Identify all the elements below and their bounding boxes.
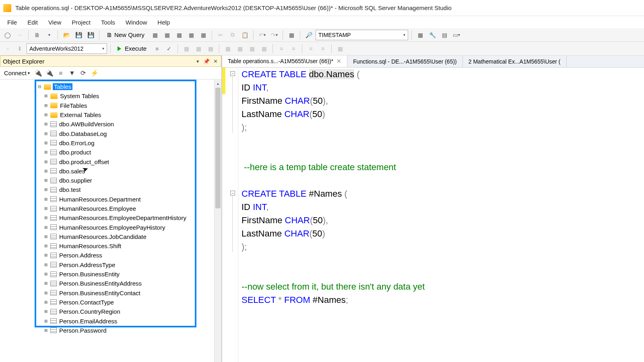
tree-node-table[interactable]: ⊞HumanResources.JobCandidate [37, 232, 210, 241]
expand-icon[interactable]: ⊞ [43, 262, 49, 267]
pin-icon[interactable]: 📌 [203, 58, 210, 64]
tree-scrollbar[interactable]: ▴ [214, 80, 221, 362]
tree-node-table[interactable]: ⊞Person.EmailAddress [37, 316, 210, 325]
db-query-icon-5[interactable]: ▦ [198, 30, 208, 40]
expand-icon[interactable]: ⊞ [43, 169, 49, 174]
menu-project[interactable]: Project [67, 17, 95, 27]
expand-icon[interactable]: ⊞ [43, 197, 49, 202]
expand-icon[interactable]: ⊞ [43, 103, 49, 108]
tree-node-table[interactable]: ⊞Person.CountryRegion [37, 307, 210, 316]
db-query-icon-1[interactable]: ▦ [150, 30, 160, 40]
tree-node-table[interactable]: ⊞HumanResources.Department [37, 195, 210, 204]
expand-icon[interactable]: ⊞ [43, 112, 49, 117]
tree-node-table[interactable]: ⊞dbo.ErrorLog [37, 138, 210, 148]
tree-node-table[interactable]: ⊞dbo.DatabaseLog [37, 129, 210, 138]
expand-icon[interactable]: ⊞ [43, 121, 49, 127]
tab-functions[interactable]: Functions.sql - DE...-A1M5655\User (65)) [347, 56, 463, 67]
db-query-icon-3[interactable]: ▦ [174, 30, 184, 40]
expand-icon[interactable]: ⊞ [43, 290, 49, 296]
expand-icon[interactable]: ⊞ [43, 272, 49, 277]
menu-tools[interactable]: Tools [96, 17, 120, 27]
tree-node-tables[interactable]: ⊟Tables [37, 82, 210, 91]
wrench-icon[interactable]: 🔧 [427, 30, 438, 40]
tree-node-table[interactable]: ⊞Person.BusinessEntityContact [37, 288, 210, 298]
code-editor[interactable]: − − CREATE TABLE dbo.Names ( ID INT, Fir… [222, 68, 644, 362]
tree-node-table[interactable]: ⊞Person.Address [37, 251, 210, 260]
tree-node-folder[interactable]: ⊞FileTables [37, 101, 210, 110]
scroll-thumb[interactable] [215, 88, 221, 208]
tree-node-table[interactable]: ⊞Person.Password [37, 326, 210, 335]
expand-icon[interactable]: ⊞ [43, 309, 49, 314]
menu-help[interactable]: Help [153, 17, 175, 27]
menu-file[interactable]: File [2, 17, 22, 27]
new-project-dropdown[interactable] [44, 30, 54, 40]
expand-icon[interactable]: ⊞ [43, 253, 49, 258]
tree-node-table[interactable]: ⊞dbo.AWBuildVersion [37, 119, 210, 129]
tool-icon-3[interactable]: ▤ [439, 30, 450, 40]
menu-window[interactable]: Window [121, 17, 152, 27]
expand-icon[interactable]: ⊞ [43, 243, 49, 249]
expand-icon[interactable]: ⊞ [43, 234, 49, 239]
close-icon[interactable]: ✕ [212, 58, 219, 64]
tree-node-folder[interactable]: ⊞External Tables [37, 110, 210, 119]
expand-icon[interactable]: ⊞ [43, 150, 49, 155]
expand-icon[interactable]: ⊞ [43, 178, 49, 183]
menu-view[interactable]: View [43, 17, 66, 27]
db-query-icon-4[interactable]: ▦ [186, 30, 196, 40]
expand-icon[interactable]: ⊞ [43, 159, 49, 165]
window-layout-icon[interactable]: ▭ [451, 30, 462, 40]
activity-monitor-icon[interactable]: ▦ [286, 30, 297, 40]
open-file-icon[interactable]: 📂 [61, 30, 72, 40]
expand-icon[interactable]: ⊞ [43, 225, 49, 230]
expand-icon[interactable]: ⊞ [43, 187, 49, 192]
tree-node-table[interactable]: ⊞HumanResources.Shift [37, 241, 210, 251]
connect-button[interactable]: Connect ▾ [2, 69, 31, 77]
tree-node-table[interactable]: ⊞Person.AddressType [37, 260, 210, 269]
tab-table-operations[interactable]: Table operations.s...-A1M5655\User (66))… [222, 56, 347, 68]
tree-node-table[interactable]: ⊞Person.ContactType [37, 298, 210, 307]
save-icon[interactable]: 💾 [73, 30, 84, 40]
db-query-icon-2[interactable]: ▦ [162, 30, 172, 40]
refresh-icon[interactable]: ⟳ [79, 69, 88, 78]
expand-icon[interactable]: ⊞ [43, 140, 49, 146]
parse-icon[interactable]: ✓ [164, 43, 174, 54]
tree-node-table[interactable]: ⊞dbo.supplier [37, 176, 210, 185]
fold-toggle-icon[interactable]: − [230, 191, 235, 195]
tree-node-table[interactable]: ⊞dbo.test [37, 185, 210, 194]
tree-node-table[interactable]: ⊞dbo.product_offset [37, 157, 210, 166]
code-content[interactable]: CREATE TABLE dbo.Names ( ID INT, FirstNa… [238, 68, 425, 362]
find-icon[interactable]: 🔎 [303, 30, 314, 40]
tab-math-ex[interactable]: 2 Mathematical Ex...A1M5655\User ( [463, 56, 567, 67]
expand-icon[interactable]: ⊞ [43, 206, 49, 211]
tree-node-table[interactable]: ⊞HumanResources.EmployeePayHistory [37, 222, 210, 232]
tool-icon-1[interactable]: ▦ [415, 30, 425, 40]
tree-node-table[interactable]: ⊞dbo.product [37, 148, 210, 157]
expand-icon[interactable]: ⊟ [37, 84, 42, 89]
tab-close-icon[interactable]: ✕ [336, 58, 341, 64]
expand-icon[interactable]: ⊞ [43, 281, 49, 286]
expand-icon[interactable]: ⊞ [43, 215, 49, 220]
expand-icon[interactable]: ⊞ [43, 131, 49, 136]
nav-back-icon[interactable]: ◯ [2, 30, 13, 40]
expand-icon[interactable]: ⊞ [43, 93, 49, 99]
new-project-icon[interactable]: 🗎 [32, 30, 42, 40]
database-combo[interactable]: AdventureWorks2012 ▾ [27, 43, 107, 54]
scroll-up-icon[interactable]: ▴ [215, 80, 221, 87]
dropdown-icon[interactable]: ▾ [194, 58, 201, 64]
tree-node-table[interactable]: ⊞HumanResources.Employee [37, 204, 210, 213]
menu-edit[interactable]: Edit [23, 17, 43, 27]
expand-icon[interactable]: ⊞ [43, 319, 49, 324]
expand-icon[interactable]: ⊞ [43, 300, 49, 305]
tree-node-table[interactable]: ⊞Person.BusinessEntityAddress [37, 279, 210, 288]
execute-button[interactable]: Execute [114, 43, 150, 54]
filter-icon[interactable]: ▼ [68, 69, 76, 78]
tree-node-folder[interactable]: ⊞System Tables [37, 91, 210, 101]
connect-icon[interactable]: 🔌 [34, 69, 43, 78]
new-query-button[interactable]: 🗎 New Query [103, 30, 148, 40]
find-combo[interactable]: TIMESTAMP ▾ [316, 30, 408, 40]
disconnect-icon[interactable]: 🔌 [45, 69, 54, 78]
tree-node-table[interactable]: ⊞HumanResources.EmployeeDepartmentHistor… [37, 213, 210, 222]
expand-icon[interactable]: ⊞ [43, 328, 49, 333]
activity-icon[interactable]: ⚡ [90, 69, 99, 78]
tree-node-table[interactable]: ⊞dbo.sales [37, 167, 210, 176]
